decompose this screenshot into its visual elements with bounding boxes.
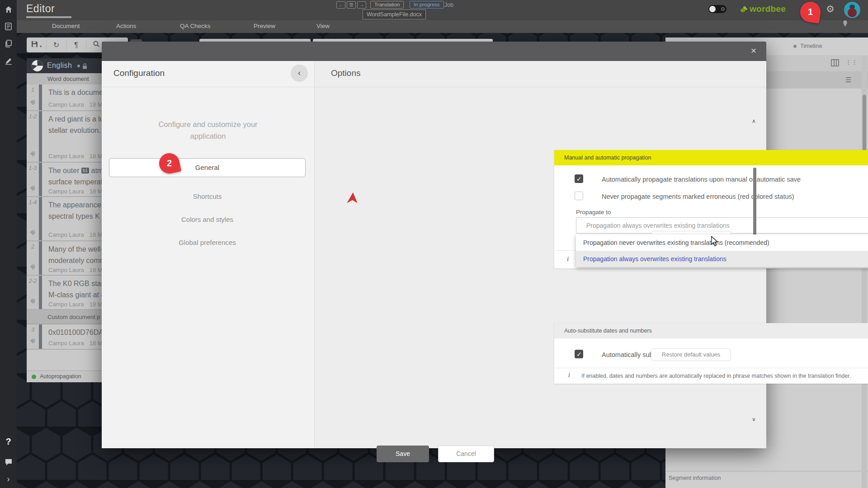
menu-item-view[interactable]: View (316, 23, 330, 29)
restore-defaults-button-2[interactable]: Restore default values (651, 348, 731, 361)
tag-icon[interactable] (29, 185, 36, 193)
segment-author: Campo Laura (48, 153, 84, 160)
pilcrow-icon[interactable]: ¶ (66, 40, 86, 50)
tag-icon[interactable] (29, 99, 36, 108)
tag-icon[interactable] (29, 338, 36, 346)
menu-item-actions[interactable]: Actions (116, 23, 136, 29)
close-icon[interactable]: × (751, 45, 756, 56)
propagation-section: Manual and automatic propagation Automat… (554, 150, 868, 268)
autopropagation-label[interactable]: Autopropagation (40, 373, 81, 380)
menu-item-qa-checks[interactable]: QA Checks (180, 23, 211, 29)
config-item-colors-and-styles[interactable]: Colors and styles (109, 216, 306, 223)
kebab-menu-icon[interactable]: ⋮⋮ (845, 59, 858, 66)
never-propagate-checkbox[interactable] (575, 192, 583, 200)
segment-status-bar (39, 276, 42, 309)
header-divider (102, 87, 314, 87)
segment-status-bar (39, 241, 42, 275)
autopropagate-checkbox[interactable] (575, 174, 583, 183)
save-button[interactable]: Save (377, 446, 429, 462)
autopropagation-status-dot (32, 375, 36, 379)
status-chip[interactable]: In progress (410, 1, 444, 9)
autosubstitute-info-row: i If enabled, dates and numbers are auto… (554, 368, 868, 384)
chat-icon[interactable] (0, 458, 17, 468)
menu-item-preview[interactable]: Preview (254, 23, 275, 29)
list-button[interactable]: ☰ (347, 1, 356, 9)
dropdown-option-1[interactable]: Propagation always overwrites existing t… (576, 251, 868, 267)
edit-icon[interactable] (0, 57, 17, 67)
tag-icon[interactable] (29, 230, 36, 238)
save-icon[interactable]: ▾ (27, 40, 47, 50)
back-button-circle[interactable]: ‹ (291, 65, 308, 82)
save-caret-icon[interactable]: ▾ (40, 44, 42, 48)
lock-icon (82, 63, 87, 71)
autosubstitute-checkbox[interactable] (575, 350, 583, 358)
toggle-knob (709, 6, 716, 12)
documents-icon[interactable] (0, 40, 17, 49)
scroll-up-icon[interactable]: ∧ (752, 118, 756, 124)
tag-icon[interactable] (29, 264, 36, 272)
segment-number: 1-4 (27, 199, 39, 206)
segment-author: Campo Laura (48, 340, 84, 347)
brand-name: wordbee (750, 4, 786, 14)
inline-tag-chip[interactable]: b1 (81, 168, 89, 174)
help-icon[interactable]: ? (0, 436, 17, 447)
never-propagate-checkbox-label: Never propagate segments marked erroneou… (602, 193, 794, 200)
back-button[interactable]: ← (336, 1, 345, 9)
hamburger-icon[interactable]: ☰ (845, 76, 851, 84)
segment-status-bar (39, 324, 42, 349)
refresh-icon[interactable]: ↻ (47, 40, 66, 50)
propagate-to-dropdown-list: Propagation never overwrites existing tr… (576, 235, 868, 267)
segment-author: Campo Laura (48, 301, 84, 308)
segment-gutter: 2-2 (27, 276, 39, 309)
config-item-global-preferences[interactable]: Global preferences (109, 239, 306, 246)
segment-number: 1-3 (27, 165, 39, 171)
screen: ? › Editor DocumentActionsQA ChecksPrevi… (0, 0, 868, 488)
dropdown-option-0[interactable]: Propagation never overwrites existing tr… (576, 235, 868, 251)
configuration-title: Configuration (113, 68, 165, 78)
job-label[interactable]: Job (444, 2, 453, 8)
mouse-cursor (710, 236, 720, 249)
bee-icon (739, 5, 748, 14)
segment-author: Campo Laura (48, 101, 84, 108)
segment-information-label[interactable]: Segment information (669, 475, 721, 481)
columns-icon[interactable] (831, 59, 839, 68)
expand-icon[interactable]: › (0, 474, 17, 484)
tag-icon[interactable] (29, 298, 36, 306)
propagation-section-header: Manual and automatic propagation (554, 150, 868, 165)
segment-number: 1 (27, 87, 39, 93)
segment-gutter: 1 (27, 84, 39, 110)
right-panel-scrollbar[interactable] (862, 55, 867, 488)
app-title-underline (26, 16, 71, 18)
info-icon: i (568, 372, 570, 379)
segments-icon[interactable] (0, 23, 17, 32)
doc-type-chip[interactable]: Translation (370, 1, 404, 9)
cancel-button[interactable]: Cancel (438, 446, 494, 462)
segment-gutter: 1-3 (27, 163, 39, 196)
segment-gutter: 2 (27, 241, 39, 275)
timeline-label[interactable]: Timeline (793, 42, 822, 49)
user-avatar[interactable] (844, 2, 860, 18)
language-name[interactable]: English (47, 61, 72, 70)
segment-status-bar (39, 84, 42, 110)
tag-icon[interactable] (29, 151, 36, 159)
propagate-to-label: Propagate to (576, 209, 611, 216)
forward-button[interactable]: → (357, 1, 366, 9)
segment-number: 2 (27, 244, 39, 250)
view-toggle[interactable] (708, 5, 726, 13)
pin-panel-icon[interactable] (842, 20, 849, 29)
toggle-ring (721, 7, 725, 11)
config-item-general[interactable]: General (109, 158, 306, 177)
segment-status-bar (39, 111, 42, 162)
settings-gear-icon[interactable]: ⚙ (826, 4, 835, 14)
options-panel: Options Manual and automatic propagation… (315, 61, 766, 448)
segment-gutter: 1-2 (27, 111, 39, 162)
modal-body: Configuration ‹ Configure and customize … (102, 61, 766, 448)
menu-item-document[interactable]: Document (52, 23, 80, 29)
home-icon[interactable] (0, 5, 17, 15)
segment-gutter: 3 (27, 324, 39, 349)
config-item-shortcuts[interactable]: Shortcuts (109, 192, 306, 200)
options-title: Options (331, 68, 360, 78)
segment-number: 2-2 (27, 278, 39, 284)
scroll-down-icon[interactable]: ∨ (752, 416, 756, 422)
file-tab[interactable]: WordSampleFile.docx (363, 9, 426, 19)
